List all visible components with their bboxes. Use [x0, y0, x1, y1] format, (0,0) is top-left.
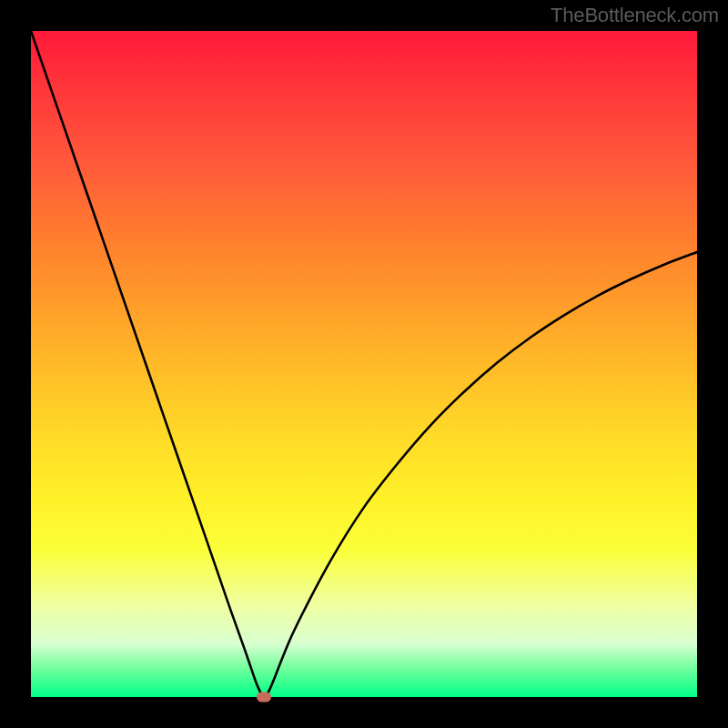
- minimum-marker: [257, 693, 271, 703]
- chart-plot-area: [31, 31, 697, 697]
- watermark-text: TheBottleneck.com: [551, 4, 719, 27]
- bottleneck-curve: [31, 31, 697, 697]
